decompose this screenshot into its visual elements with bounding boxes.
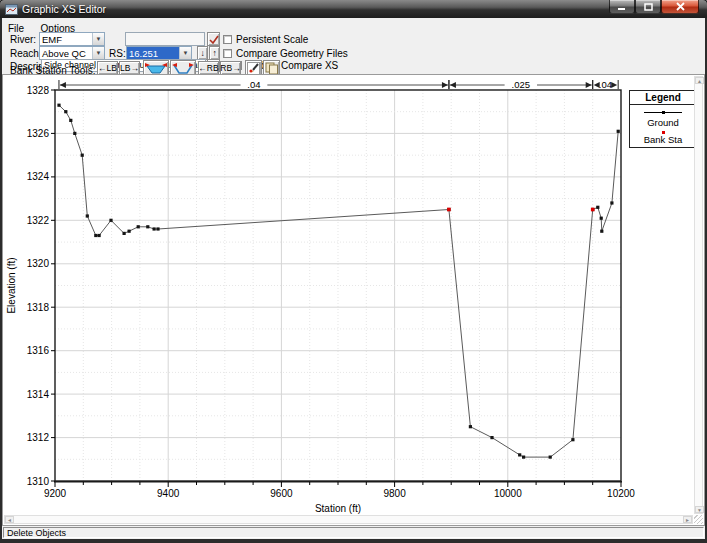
chevron-down-icon[interactable]: ▼ (92, 33, 104, 45)
scroll-right-icon[interactable]: ► (683, 516, 692, 523)
title-bar[interactable]: Graphic XS Editor (0, 0, 707, 18)
legend: Legend Ground Bank Sta (629, 90, 697, 148)
app-icon (5, 4, 18, 15)
minimize-button[interactable] (609, 0, 635, 14)
reach-value: Above QC (40, 47, 92, 59)
svg-text:1310: 1310 (27, 476, 50, 487)
move-right-bank-left-button[interactable]: ←RB (198, 61, 219, 75)
svg-text:.04: .04 (599, 79, 612, 90)
rs-value: 16.251 (127, 47, 179, 59)
svg-text:10200: 10200 (607, 488, 635, 499)
svg-text:1322: 1322 (27, 215, 50, 226)
check-icon (209, 35, 219, 44)
checkbox-box[interactable] (223, 49, 232, 58)
horizontal-scrollbar[interactable]: ◄ ► (4, 515, 693, 524)
reach-combobox[interactable]: Above QC ▼ (39, 46, 105, 60)
resize-grip[interactable] (694, 515, 703, 524)
close-button[interactable] (661, 0, 699, 14)
scroll-left-icon[interactable]: ◄ (5, 516, 14, 523)
status-message: Delete Objects (3, 527, 704, 538)
svg-text:9200: 9200 (44, 488, 67, 499)
svg-text:1326: 1326 (27, 128, 50, 139)
svg-text:1314: 1314 (27, 389, 50, 400)
svg-text:1324: 1324 (27, 171, 50, 182)
channel-banks-in-icon (144, 62, 168, 75)
graphic-xs-editor-window: Graphic XS Editor File Options River: EM… (0, 0, 707, 543)
scroll-down-icon[interactable]: ▼ (695, 506, 704, 513)
toolbar-blank-field (125, 32, 205, 46)
move-left-bank-left-button[interactable]: ←LB (97, 61, 118, 75)
client-area: File Options River: EMF ▼ Persistent Sca… (2, 18, 705, 539)
svg-text:1318: 1318 (27, 302, 50, 313)
plot-area: .04.025.04920094009600980010000102001310… (2, 74, 705, 526)
chevron-down-icon[interactable]: ▼ (92, 47, 104, 59)
legend-bank-label: Bank Sta (630, 134, 696, 145)
reach-label: Reach: (10, 48, 42, 59)
svg-text:1316: 1316 (27, 345, 50, 356)
chevron-down-icon[interactable]: ▼ (179, 47, 191, 59)
legend-ground-marker (630, 108, 696, 117)
legend-title: Legend (630, 91, 696, 105)
rs-combobox[interactable]: 16.251 ▼ (126, 46, 192, 60)
river-combobox[interactable]: EMF ▼ (39, 32, 105, 46)
svg-text:.04: .04 (247, 79, 260, 90)
move-left-bank-right-button[interactable]: LB→ (119, 61, 140, 75)
menu-bar: File Options (2, 18, 705, 31)
svg-text:Station (ft): Station (ft) (315, 503, 361, 514)
rs-next-button[interactable]: ↑ (209, 46, 220, 60)
rs-previous-button[interactable]: ↓ (197, 46, 208, 60)
window-title: Graphic XS Editor (22, 3, 106, 15)
svg-text:1328: 1328 (27, 85, 50, 96)
svg-text:9400: 9400 (157, 488, 180, 499)
rs-label: RS: (109, 48, 126, 59)
svg-text:9600: 9600 (270, 488, 293, 499)
river-value: EMF (40, 33, 92, 45)
svg-text:1312: 1312 (27, 432, 50, 443)
river-label: River: (10, 34, 36, 45)
svg-text:1320: 1320 (27, 258, 50, 269)
scroll-up-icon[interactable]: ▲ (695, 77, 704, 84)
compare-geometry-files-checkbox[interactable]: Compare Geometry Files (223, 48, 348, 59)
cross-section-chart[interactable]: .04.025.04920094009600980010000102001310… (3, 75, 704, 525)
svg-text:Elevation (ft): Elevation (ft) (6, 257, 17, 313)
vertical-scrollbar[interactable]: ▲ ▼ (694, 76, 703, 514)
apply-check-button[interactable] (207, 32, 220, 46)
svg-text:.025: .025 (512, 79, 531, 90)
checkbox-box[interactable] (223, 35, 232, 44)
status-bar: Delete Objects (2, 526, 705, 539)
channel-banks-out-icon (171, 62, 195, 75)
svg-text:10000: 10000 (494, 488, 522, 499)
maximize-button[interactable] (635, 0, 661, 14)
persistent-scale-checkbox[interactable]: Persistent Scale (223, 34, 308, 45)
legend-ground-label: Ground (630, 117, 696, 128)
svg-text:9800: 9800 (383, 488, 406, 499)
